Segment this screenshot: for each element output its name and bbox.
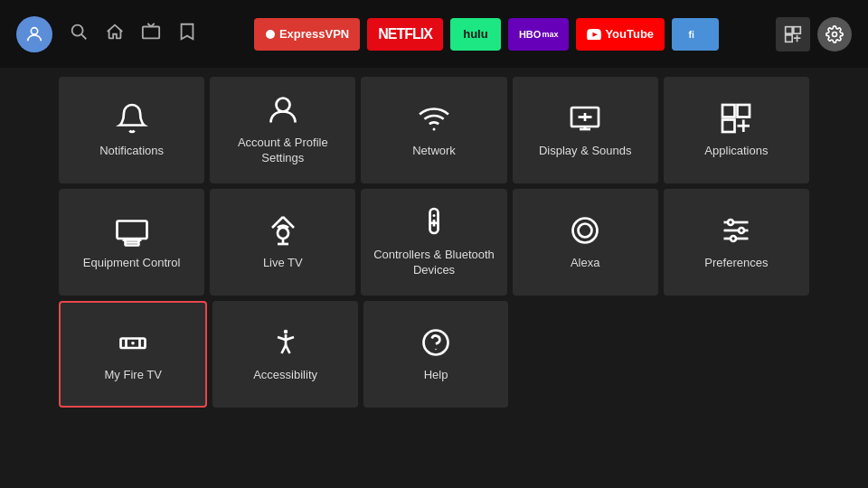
- user-avatar[interactable]: [16, 16, 52, 52]
- top-navigation-bar: ExpressVPN NETFLIX hulu HBOmax YouTube f…: [0, 0, 868, 68]
- tile-network[interactable]: Network: [361, 77, 506, 183]
- tile-display-label: Display & Sounds: [539, 144, 632, 159]
- tile-applications-label: Applications: [704, 144, 768, 159]
- tv-equipment-icon: [116, 214, 148, 247]
- tile-help[interactable]: Help: [363, 301, 508, 408]
- bell-icon: [116, 102, 148, 135]
- alexa-icon: [569, 214, 601, 247]
- svg-rect-3: [143, 27, 159, 39]
- accessibility-icon: [269, 326, 302, 359]
- tile-help-label: Help: [424, 368, 448, 383]
- app-expressvpn[interactable]: ExpressVPN: [254, 18, 360, 51]
- svg-point-1: [72, 25, 83, 36]
- svg-line-2: [81, 34, 86, 39]
- tile-preferences-label: Preferences: [704, 256, 768, 271]
- app-hulu[interactable]: hulu: [450, 18, 501, 51]
- svg-rect-23: [125, 242, 138, 245]
- svg-rect-17: [722, 105, 735, 117]
- tile-account-label: Account & Profile Settings: [217, 136, 348, 166]
- tile-controllers-label: Controllers & Bluetooth Devices: [368, 248, 499, 278]
- settings-gear-icon[interactable]: [817, 17, 852, 52]
- applications-icon: [720, 102, 752, 135]
- tile-notifications-label: Notifications: [99, 144, 164, 159]
- svg-point-26: [433, 214, 436, 217]
- app-hbomax[interactable]: HBOmax: [508, 18, 569, 51]
- svg-point-13: [833, 32, 837, 36]
- bookmark-icon[interactable]: [177, 22, 197, 46]
- tile-empty-2: [665, 301, 809, 408]
- svg-point-15: [433, 127, 436, 130]
- svg-point-29: [573, 218, 598, 242]
- svg-rect-8: [786, 26, 793, 33]
- tile-network-label: Network: [412, 144, 456, 159]
- svg-rect-9: [794, 26, 801, 33]
- app-fiverrpro[interactable]: fi: [672, 18, 719, 51]
- settings-grid: Notifications Account & Profile Settings…: [0, 68, 868, 417]
- tile-equipment-label: Equipment Control: [83, 256, 181, 271]
- svg-rect-20: [117, 221, 146, 239]
- svg-point-14: [276, 99, 289, 112]
- tile-preferences[interactable]: Preferences: [664, 189, 809, 296]
- svg-point-35: [739, 228, 744, 233]
- svg-point-40: [131, 341, 135, 344]
- svg-text:fi: fi: [689, 28, 694, 39]
- firetv-device-icon: [117, 326, 149, 359]
- tile-accessibility-label: Accessibility: [253, 368, 317, 383]
- svg-point-24: [278, 228, 288, 239]
- svg-point-41: [283, 329, 288, 333]
- display-icon: [569, 102, 601, 135]
- wifi-icon: [418, 102, 450, 135]
- search-icon[interactable]: [69, 22, 89, 46]
- tile-display[interactable]: Display & Sounds: [513, 77, 658, 183]
- tile-livetv[interactable]: Live TV: [210, 189, 355, 296]
- antenna-icon: [267, 214, 299, 247]
- svg-rect-19: [722, 119, 735, 132]
- tile-notifications[interactable]: Notifications: [59, 77, 204, 183]
- svg-point-43: [424, 330, 448, 354]
- app-shortcuts-bar: ExpressVPN NETFLIX hulu HBOmax YouTube f…: [212, 18, 761, 51]
- svg-rect-10: [786, 34, 793, 42]
- svg-point-44: [435, 348, 437, 350]
- tile-alexa-label: Alexa: [571, 256, 600, 271]
- svg-point-34: [728, 220, 733, 225]
- tile-applications[interactable]: Applications: [664, 77, 809, 183]
- home-icon[interactable]: [105, 22, 125, 46]
- tile-myfiretv[interactable]: My Fire TV: [59, 301, 207, 408]
- app-netflix[interactable]: NETFLIX: [367, 18, 443, 51]
- svg-rect-18: [738, 105, 750, 117]
- tile-controllers[interactable]: Controllers & Bluetooth Devices: [361, 189, 506, 296]
- grid-view-icon[interactable]: [776, 17, 810, 52]
- help-icon: [420, 326, 452, 359]
- tv-icon[interactable]: [141, 22, 161, 46]
- settings-row-2: Equipment Control Live TV Controllers & …: [59, 189, 809, 296]
- svg-point-0: [31, 27, 37, 33]
- settings-row-1: Notifications Account & Profile Settings…: [59, 77, 809, 183]
- svg-point-6: [266, 30, 275, 39]
- nav-left-section: [16, 16, 197, 52]
- tile-equipment[interactable]: Equipment Control: [59, 189, 204, 296]
- tile-myfiretv-label: My Fire TV: [105, 368, 162, 383]
- svg-point-30: [579, 223, 592, 237]
- settings-row-3: My Fire TV Accessibility Help: [59, 301, 809, 408]
- svg-point-36: [731, 236, 736, 241]
- tile-account[interactable]: Account & Profile Settings: [210, 77, 355, 183]
- tile-livetv-label: Live TV: [263, 256, 303, 271]
- tile-alexa[interactable]: Alexa: [513, 189, 658, 296]
- account-icon: [267, 94, 299, 127]
- sliders-icon: [720, 214, 752, 247]
- nav-right-section: [776, 17, 852, 52]
- remote-icon: [418, 206, 450, 239]
- app-youtube[interactable]: YouTube: [576, 18, 665, 51]
- tile-empty-1: [514, 301, 658, 408]
- tile-accessibility[interactable]: Accessibility: [212, 301, 357, 408]
